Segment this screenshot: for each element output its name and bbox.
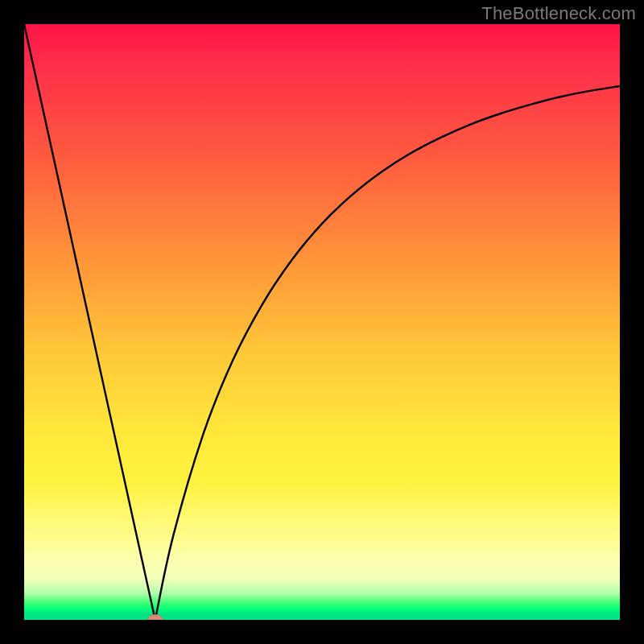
watermark-label: TheBottleneck.com — [481, 3, 636, 24]
curve-layer — [24, 24, 620, 620]
chart-frame: TheBottleneck.com — [0, 0, 644, 644]
plot-area — [24, 24, 620, 620]
bottleneck-curve — [24, 24, 620, 620]
min-marker — [147, 614, 163, 620]
